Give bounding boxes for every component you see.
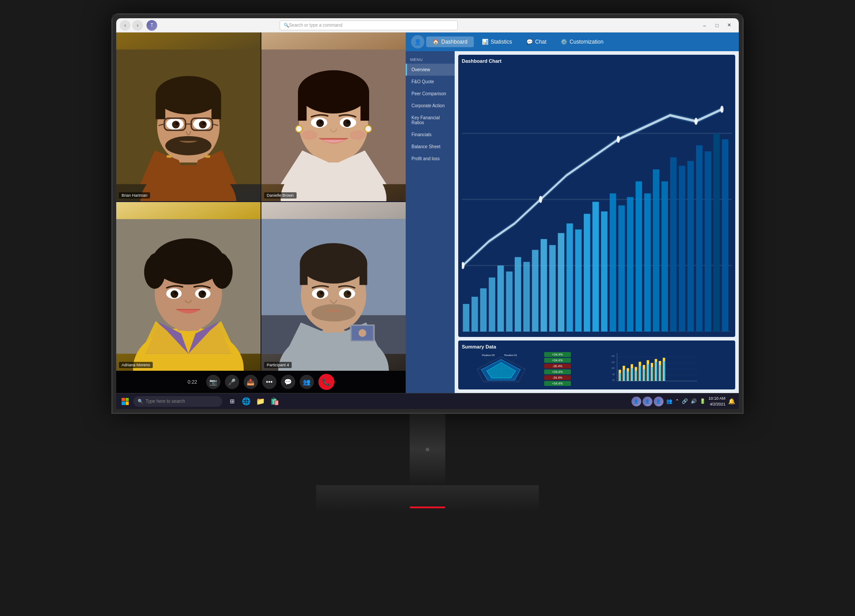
main-content: Brian Hartman <box>116 32 739 393</box>
svg-point-35 <box>346 121 349 123</box>
expand-icon[interactable]: ⌃ <box>675 398 679 404</box>
svg-rect-84 <box>497 266 504 332</box>
dashboard-area: 👤 🏠 Dashboard 📊 Statistics 💬 <box>406 32 739 393</box>
people-icon[interactable]: 👥 <box>666 398 672 404</box>
svg-point-112 <box>539 196 542 203</box>
svg-rect-151 <box>627 371 629 381</box>
monitor-base <box>316 485 539 512</box>
svg-rect-88 <box>532 250 539 332</box>
dashboard-label: Dashboard <box>441 39 468 45</box>
taskbar-avatars: 👤 👤 👤 <box>631 397 664 406</box>
video-cell-1: Brian Hartman <box>116 32 261 201</box>
minimize-button[interactable]: – <box>699 21 710 30</box>
svg-rect-27 <box>360 92 369 121</box>
svg-rect-156 <box>647 364 649 381</box>
svg-rect-157 <box>651 367 653 381</box>
chat-ctrl-button[interactable]: 💬 <box>281 375 295 389</box>
monitor-screen-outer: ‹ › T 🔍 Search or type a command – □ ✕ <box>111 13 744 414</box>
badge-2: +34.4% <box>544 358 571 363</box>
svg-point-37 <box>302 130 318 140</box>
svg-point-71 <box>347 292 350 294</box>
badge-3: -26.4% <box>544 364 571 369</box>
nav-customization[interactable]: ⚙️ Customization <box>554 36 610 47</box>
svg-rect-99 <box>627 197 634 332</box>
summary-panel: Summary Data Position 05 Position 01 <box>458 340 735 389</box>
titlebar-search[interactable]: 🔍 Search or type a command <box>280 20 458 30</box>
tb-avatar-3[interactable]: 👤 <box>654 397 664 406</box>
video-name-3: Adriana Moreno <box>119 362 153 368</box>
svg-point-34 <box>320 121 322 123</box>
network-icon[interactable]: 🔗 <box>682 398 688 404</box>
chat-icon: 💬 <box>526 39 533 45</box>
svg-point-115 <box>721 105 724 113</box>
sidebar-item-overview[interactable]: Overview <box>406 64 455 76</box>
svg-point-28 <box>296 126 302 132</box>
tb-avatar-1[interactable]: 👤 <box>631 397 641 406</box>
taskbar-clock[interactable]: 10:10 AM 4/2/2021 <box>708 396 725 407</box>
user-profile-icon[interactable]: 👤 <box>411 35 424 49</box>
person-2-video <box>261 32 406 201</box>
svg-rect-106 <box>688 161 694 332</box>
nav-chat[interactable]: 💬 Chat <box>520 36 553 47</box>
taskbar-time-display: 10:10 AM <box>708 396 725 401</box>
svg-point-4 <box>156 76 221 114</box>
summary-bar-svg: 140 120 100 80 60 <box>574 353 732 385</box>
sidebar-item-profit-loss[interactable]: Profit and loss <box>406 153 455 165</box>
tb-avatar-2[interactable]: 👤 <box>643 397 652 406</box>
svg-rect-102 <box>653 170 660 332</box>
edge-button[interactable]: 🌐 <box>241 396 252 407</box>
forward-button[interactable]: › <box>132 20 143 31</box>
mic-button[interactable]: 🎤 <box>225 375 239 389</box>
person-4-video <box>261 202 406 371</box>
svg-point-54 <box>174 292 177 294</box>
svg-text:80: 80 <box>612 373 615 376</box>
svg-rect-155 <box>643 369 645 381</box>
svg-rect-108 <box>704 151 711 332</box>
svg-point-55 <box>202 292 204 294</box>
bar-chart-area <box>462 67 732 332</box>
more-button[interactable]: ••• <box>262 375 277 389</box>
video-cell-4: Participant 4 <box>261 202 406 371</box>
taskbar-apps: ⊞ 🌐 📁 🛍️ <box>227 396 280 407</box>
svg-rect-150 <box>623 370 625 381</box>
store-button[interactable]: 🛍️ <box>269 396 280 407</box>
svg-rect-81 <box>472 297 478 332</box>
back-button[interactable]: ‹ <box>120 20 130 31</box>
svg-point-12 <box>202 122 205 125</box>
camera-button[interactable]: 📷 <box>206 375 220 389</box>
monitor-stand <box>410 414 445 485</box>
dashboard-icon: 🏠 <box>432 39 439 45</box>
svg-rect-160 <box>664 361 665 381</box>
dashboard-body: Menu Overview F&O Quote Peer Comparison <box>406 51 739 393</box>
maximize-button[interactable]: □ <box>711 21 723 30</box>
participants-button[interactable]: 👥 <box>300 375 314 389</box>
video-name-4: Participant 4 <box>264 362 292 368</box>
search-icon: 🔍 <box>284 23 289 28</box>
statistics-label: Statistics <box>491 39 512 45</box>
svg-rect-152 <box>631 368 633 381</box>
notification-button[interactable]: 🔔 <box>728 398 735 405</box>
sidebar-item-corporate-action[interactable]: Corporate Action <box>406 100 455 112</box>
speaker-icon[interactable]: 🔊 <box>691 398 697 404</box>
sidebar-item-peer-comparison[interactable]: Peer Comparison <box>406 88 455 100</box>
sidebar-item-financials[interactable]: Financials <box>406 129 455 141</box>
svg-point-48 <box>162 249 176 263</box>
nav-dashboard[interactable]: 🏠 Dashboard <box>426 36 474 47</box>
close-button[interactable]: ✕ <box>724 21 735 30</box>
sidebar-item-balance-sheet[interactable]: Balance Sheet <box>406 141 455 153</box>
start-button[interactable] <box>120 396 130 407</box>
svg-rect-104 <box>670 158 677 332</box>
call-timer: 0:22 <box>187 379 197 385</box>
sidebar-item-fo-quote[interactable]: F&O Quote <box>406 76 455 88</box>
svg-rect-82 <box>480 288 487 332</box>
end-call-button[interactable]: 📞 <box>318 374 334 390</box>
explorer-button[interactable]: 📁 <box>255 396 266 407</box>
task-view-button[interactable]: ⊞ <box>227 396 237 407</box>
nav-statistics[interactable]: 📊 Statistics <box>476 36 518 47</box>
share-button[interactable]: 📤 <box>244 375 258 389</box>
video-call-area: Brian Hartman <box>116 32 406 393</box>
taskbar-search[interactable]: 🔍 Type here to search <box>133 396 222 407</box>
svg-text:60: 60 <box>612 379 615 381</box>
sidebar-item-key-ratios[interactable]: Key Fanancial Ratios <box>406 112 455 129</box>
svg-point-70 <box>320 292 323 294</box>
